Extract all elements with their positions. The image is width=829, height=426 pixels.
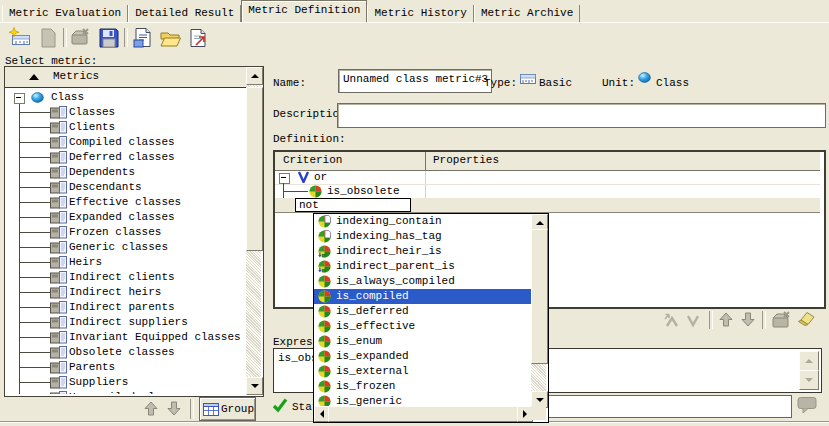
or-operator-icon	[297, 171, 310, 183]
metric-icon	[50, 286, 67, 299]
dropdown-item-label: is_external	[336, 364, 409, 379]
description-field[interactable]	[337, 103, 826, 128]
tree-item-label: Indirect suppliers	[69, 315, 188, 330]
criterion-with-page-icon	[318, 230, 331, 243]
delete-metric-icon[interactable]	[69, 27, 93, 49]
tree-item[interactable]: Deferred classes	[5, 150, 246, 165]
tree-item[interactable]: Expanded classes	[5, 210, 246, 225]
metric-icon	[50, 241, 67, 254]
tab-detailed-result[interactable]: Detailed Result	[128, 5, 241, 22]
metric-icon	[50, 331, 67, 344]
criterion-edit-box[interactable]: not	[295, 198, 411, 212]
dropdown-item[interactable]: is_deferred	[314, 304, 531, 319]
criterion-move-down-icon[interactable]	[740, 311, 756, 328]
scrollbar-thumb[interactable]	[328, 406, 519, 422]
tree-item[interactable]: Heirs	[5, 255, 246, 270]
scroll-up-button[interactable]	[246, 67, 263, 85]
tree-branch-line	[20, 127, 50, 128]
dropdown-item[interactable]: indirect_heir_is	[314, 244, 531, 259]
tree-item[interactable]: Suppliers	[5, 375, 246, 390]
scrollbar-thumb[interactable]	[246, 87, 263, 251]
move-up-icon[interactable]	[143, 400, 159, 417]
tab-metric-history[interactable]: Metric History	[367, 5, 473, 22]
tree-item-label: Indirect parents	[69, 300, 175, 315]
metric-tree-body: Class ClassesClientsCompiled classesDefe…	[5, 88, 246, 394]
scrollbar-thumb[interactable]	[531, 229, 548, 364]
grid-row-not[interactable]: not	[275, 198, 820, 212]
criterion-icon	[318, 395, 331, 406]
tab-metric-archive[interactable]: Metric Archive	[474, 5, 580, 22]
tree-item[interactable]: Classes	[5, 105, 246, 120]
dropdown-item[interactable]: indexing_has_tag	[314, 229, 531, 244]
scroll-down-button[interactable]	[246, 377, 263, 395]
tree-item[interactable]: Indirect parents	[5, 300, 246, 315]
tree-item-label: Frozen classes	[69, 225, 161, 240]
tree-item[interactable]: Compiled classes	[5, 135, 246, 150]
dropdown-item[interactable]: is_always_compiled	[314, 274, 531, 289]
duplicate-metric-icon[interactable]	[36, 27, 60, 49]
metric-icon	[50, 226, 67, 239]
dropdown-item[interactable]: is_effective	[314, 319, 531, 334]
tree-item[interactable]: Indirect heirs	[5, 285, 246, 300]
dropdown-item[interactable]: indirect_parent_is	[314, 259, 531, 274]
export-metrics-icon[interactable]	[187, 27, 211, 49]
dropdown-item[interactable]: is_enum	[314, 334, 531, 349]
criterion-dropdown-items: indexing_containindexing_has_tagindirect…	[314, 214, 531, 406]
tree-item[interactable]: Uncompiled classes	[5, 390, 246, 394]
unit-value: Class	[656, 76, 689, 90]
name-field[interactable]: Unnamed class metric#3	[338, 69, 492, 93]
tree-item-label: Suppliers	[69, 375, 128, 390]
tree-item[interactable]: Effective classes	[5, 195, 246, 210]
group-button[interactable]: Group	[199, 397, 256, 421]
tree-item[interactable]: Descendants	[5, 180, 246, 195]
tree-item[interactable]: Generic classes	[5, 240, 246, 255]
tree-item-label: Indirect heirs	[69, 285, 161, 300]
collapse-box-icon[interactable]	[14, 93, 25, 104]
tab-metric-evaluation[interactable]: Metric Evaluation	[2, 5, 128, 22]
dropdown-item[interactable]: is_external	[314, 364, 531, 379]
tree-column-header[interactable]: Metrics	[5, 67, 246, 88]
tab-metric-definition[interactable]: Metric Definition	[241, 0, 367, 22]
move-down-icon[interactable]	[166, 400, 182, 417]
tree-item[interactable]: Invariant Equipped classes	[5, 330, 246, 345]
criterion-icon	[318, 275, 331, 288]
grid-row-or[interactable]: or	[275, 170, 820, 184]
column-criterion[interactable]: Criterion	[283, 154, 342, 166]
collapse-box-icon[interactable]	[279, 173, 290, 184]
insert-or-icon[interactable]	[685, 312, 701, 328]
delete-criterion-icon[interactable]	[770, 310, 792, 329]
dropdown-item-label: indirect_heir_is	[336, 244, 442, 259]
tree-item[interactable]: Frozen classes	[5, 225, 246, 240]
dropdown-item[interactable]: is_compiled	[314, 289, 531, 304]
tree-branch-line	[20, 382, 50, 383]
open-metric-file-icon[interactable]	[159, 27, 183, 49]
clear-definition-icon[interactable]	[795, 311, 815, 327]
import-metrics-icon[interactable]	[131, 27, 155, 49]
grid-row-label: is_obsolete	[327, 184, 400, 198]
dropdown-item[interactable]: is_generic	[314, 394, 531, 406]
dropdown-item[interactable]: is_frozen	[314, 379, 531, 394]
dropdown-item[interactable]: indexing_contain	[314, 214, 531, 229]
dropdown-hscrollbar[interactable]	[314, 406, 531, 420]
insert-and-icon[interactable]	[663, 312, 679, 328]
column-properties[interactable]: Properties	[433, 154, 499, 166]
tree-scrollbar[interactable]	[246, 67, 261, 394]
save-metric-icon[interactable]	[97, 27, 121, 49]
tree-root-class[interactable]: Class	[5, 90, 246, 105]
tree-item[interactable]: Parents	[5, 360, 246, 375]
tree-item[interactable]: Indirect suppliers	[5, 315, 246, 330]
expression-scroll-down-button[interactable]	[799, 370, 819, 390]
tree-item[interactable]: Obsolete classes	[5, 345, 246, 360]
type-label: Type:	[484, 76, 517, 90]
criterion-move-up-icon[interactable]	[718, 311, 734, 328]
tree-item[interactable]: Indirect clients	[5, 270, 246, 285]
dropdown-vscrollbar[interactable]	[531, 214, 546, 406]
dropdown-item[interactable]: is_expanded	[314, 349, 531, 364]
tree-item[interactable]: Clients	[5, 120, 246, 135]
grid-row-is-obsolete[interactable]: is_obsolete	[275, 184, 820, 198]
tree-item[interactable]: Dependents	[5, 165, 246, 180]
new-metric-icon[interactable]	[8, 27, 32, 49]
expression-scroll-up-button[interactable]	[799, 351, 819, 371]
tree-branch-line	[20, 367, 50, 368]
comment-icon[interactable]	[796, 396, 818, 414]
